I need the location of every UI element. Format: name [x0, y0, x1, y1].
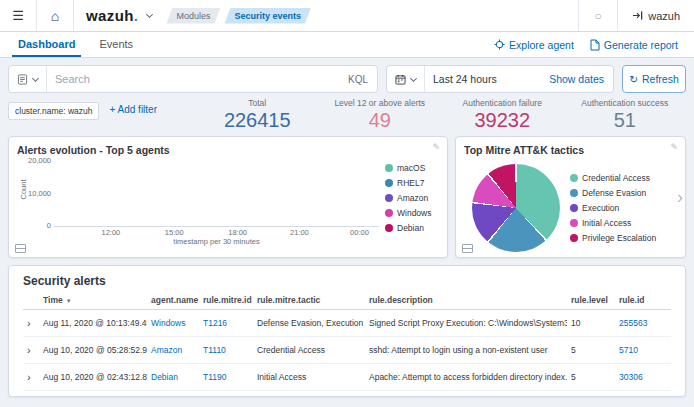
cell-time: Aug 10, 2020 @ 05:28:52.926	[39, 337, 147, 364]
pie-chart[interactable]	[472, 164, 560, 252]
legend-item-defense-evasion[interactable]: Defense Evasion	[570, 188, 677, 198]
expander-cell: ›	[23, 337, 39, 364]
search-box: KQL	[8, 65, 378, 93]
next-panel-button[interactable]: ›	[677, 188, 683, 206]
column-header-rule-level[interactable]: rule.level	[567, 291, 615, 310]
column-header-rule-mitre-id[interactable]: rule.mitre.id	[199, 291, 253, 310]
tab-dashboard[interactable]: Dashboard	[12, 32, 81, 57]
x-axis-ticks: 12:0015:0018:0021:0000:00	[54, 227, 379, 237]
add-filter-button[interactable]: + Add filter	[109, 102, 157, 115]
chevron-down-icon	[32, 74, 39, 81]
tab-events[interactable]: Events	[93, 32, 139, 57]
filter-pill-cluster-name[interactable]: cluster.name: wazuh	[8, 102, 99, 120]
table-body: ›Aug 11, 2020 @ 10:13:49.493WindowsT1216…	[23, 310, 671, 391]
refresh-icon: ↻	[629, 73, 638, 85]
generate-report-label: Generate report	[604, 39, 678, 51]
legend-item-amazon[interactable]: Amazon	[385, 193, 439, 203]
y-tick-label: 0	[47, 221, 51, 230]
cell-rule-description: Signed Script Proxy Execution: C:\Window…	[365, 310, 567, 337]
legend-item-windows[interactable]: Windows	[385, 208, 439, 218]
legend-dot	[570, 189, 578, 197]
x-tick-label: 21:00	[290, 228, 309, 237]
column-header-rule-mitre-tactic[interactable]: rule.mitre.tactic	[253, 291, 365, 310]
mitre-tactics-panel: Top Mitre ATT&K tactics ✎ Credential Acc…	[455, 136, 686, 258]
column-header-rule-description[interactable]: rule.description	[365, 291, 567, 310]
cell-rule-id[interactable]: 255563	[615, 310, 671, 337]
cell-rule-description: Apache: Attempt to access forbidden dire…	[365, 364, 567, 391]
wazuh-logo[interactable]: wazuh.	[86, 7, 138, 24]
filters-stats-row: cluster.name: wazuh + Add filter Total22…	[0, 96, 694, 132]
stat-label: Level 12 or above alerts	[319, 98, 442, 108]
chevron-down-icon[interactable]	[146, 11, 153, 18]
enter-arrow-icon	[632, 10, 643, 21]
expander-cell: ›	[23, 364, 39, 391]
column-header-time[interactable]: Time▼	[39, 291, 147, 310]
legend-item-debian[interactable]: Debian	[385, 223, 439, 233]
saved-query-menu-button[interactable]	[9, 66, 47, 92]
generate-report-button[interactable]: Generate report	[590, 39, 678, 51]
date-quick-menu-button[interactable]	[387, 66, 425, 92]
legend-label: Credential Access	[582, 173, 650, 183]
status-circle-icon[interactable]: ○	[579, 0, 617, 31]
stat-value: 49	[319, 109, 442, 132]
column-header-agent-name[interactable]: agent.name	[147, 291, 199, 310]
legend-dot	[570, 234, 578, 242]
legend-item-initial-access[interactable]: Initial Access	[570, 218, 677, 228]
edit-panel-icon[interactable]: ✎	[432, 142, 440, 152]
legend-item-rhel7[interactable]: RHEL7	[385, 178, 439, 188]
current-user-label: wazuh	[648, 10, 680, 22]
edit-panel-icon[interactable]: ✎	[670, 142, 678, 152]
menu-icon[interactable]: ☰	[0, 0, 36, 31]
show-dates-button[interactable]: Show dates	[540, 73, 613, 85]
cell-agent-name[interactable]: Windows	[147, 310, 199, 337]
saved-query-icon	[17, 74, 28, 85]
query-language-label[interactable]: KQL	[339, 74, 377, 85]
cell-rule-id[interactable]: 5710	[615, 337, 671, 364]
security-alerts-panel: Security alerts Time▼agent.namerule.mitr…	[8, 265, 686, 397]
date-picker: Last 24 hours Show dates	[386, 65, 614, 93]
legend-dot	[385, 194, 393, 202]
explore-agent-button[interactable]: Explore agent	[494, 39, 574, 51]
legend-item-credential-access[interactable]: Credential Access	[570, 173, 677, 183]
table-row: ›Aug 10, 2020 @ 02:43:12.825DebianT1190I…	[23, 364, 671, 391]
cell-rule-mitre-id[interactable]: T1190	[199, 364, 253, 391]
cell-agent-name[interactable]: Debian	[147, 364, 199, 391]
breadcrumb-security-events[interactable]: Security events	[224, 8, 311, 24]
cell-rule-mitre-tactic: Initial Access	[253, 364, 365, 391]
cell-rule-id[interactable]: 30306	[615, 364, 671, 391]
index-pattern-selector[interactable]: wazuh	[618, 10, 694, 22]
stat-value: 51	[564, 109, 687, 132]
table-row: ›Aug 11, 2020 @ 10:13:49.493WindowsT1216…	[23, 310, 671, 337]
stat-level-12-or-above-alerts: Level 12 or above alerts49	[319, 98, 442, 130]
breadcrumb-modules[interactable]: Modules	[166, 8, 220, 24]
divider	[73, 0, 74, 31]
refresh-button[interactable]: ↻ Refresh	[622, 65, 686, 93]
legend-item-execution[interactable]: Execution	[570, 203, 677, 213]
cell-rule-mitre-id[interactable]: T1216	[199, 310, 253, 337]
legend-label: Defense Evasion	[582, 188, 646, 198]
expander-cell: ›	[23, 310, 39, 337]
expand-row-button[interactable]: ›	[27, 371, 31, 383]
time-range-value[interactable]: Last 24 hours	[425, 73, 540, 85]
cell-rule-mitre-tactic: Credential Access	[253, 337, 365, 364]
legend-label: Execution	[582, 203, 619, 213]
cell-rule-level: 5	[567, 364, 615, 391]
legend-label: RHEL7	[397, 178, 424, 188]
legend-item-macos[interactable]: macOS	[385, 163, 439, 173]
legend-dot	[385, 224, 393, 232]
search-input[interactable]	[47, 73, 339, 85]
cell-rule-mitre-id[interactable]: T1110	[199, 337, 253, 364]
stacked-bar-chart[interactable]	[54, 159, 379, 227]
inspect-data-icon[interactable]	[15, 244, 26, 253]
expand-row-button[interactable]: ›	[27, 344, 31, 356]
x-tick-label: 18:00	[228, 228, 247, 237]
cell-agent-name[interactable]: Amazon	[147, 337, 199, 364]
expander-column-header	[23, 291, 39, 310]
legend-item-privilege-escalation[interactable]: Privilege Escalation	[570, 233, 677, 243]
home-icon[interactable]: ⌂	[37, 0, 73, 31]
expand-row-button[interactable]: ›	[27, 317, 31, 329]
inspect-data-icon[interactable]	[462, 244, 473, 253]
refresh-label: Refresh	[642, 73, 679, 85]
legend-label: Windows	[397, 208, 431, 218]
column-header-rule-id[interactable]: rule.id	[615, 291, 671, 310]
